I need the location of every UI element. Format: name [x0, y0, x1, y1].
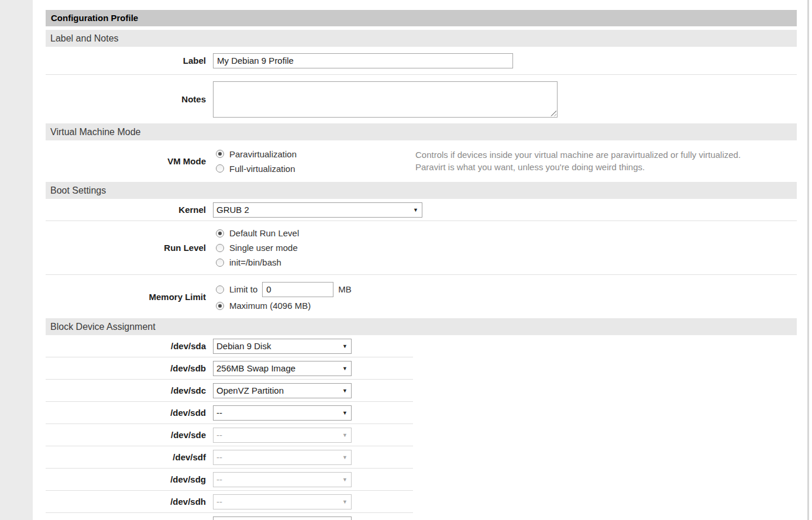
block-device-label: /dev/sdh [46, 497, 206, 507]
dropdown-arrow-icon: ▼ [342, 499, 347, 504]
block-device-label: /dev/sdb [46, 363, 206, 373]
init-bin-bash-option[interactable]: init=/bin/bash [213, 255, 299, 270]
block-device-select[interactable]: -- ▼ [213, 405, 352, 421]
default-run-level-radio[interactable] [216, 229, 224, 237]
block-device-label: /dev/sdf [46, 452, 206, 462]
block-device-select[interactable]: -- ▼ [213, 450, 352, 465]
left-gutter [0, 0, 33, 520]
block-device-select-value: -- [216, 430, 222, 440]
dropdown-arrow-icon: ▼ [342, 432, 347, 438]
run-level-field-label: Run Level [46, 243, 206, 253]
single-user-mode-radio[interactable] [216, 244, 224, 252]
single-user-mode-option[interactable]: Single user mode [213, 240, 299, 255]
block-device-select-value: Debian 9 Disk [216, 341, 271, 351]
paravirtualization-option[interactable]: Paravirtualization [213, 147, 297, 161]
memory-maximum-option[interactable]: Maximum (4096 MB) [213, 298, 352, 313]
block-device-rows: /dev/sda Debian 9 Disk ▼ /dev/sdb 256MB … [46, 335, 797, 520]
section-header-vm-mode: Virtual Machine Mode [46, 123, 797, 140]
memory-limit-to-option[interactable]: Limit to MB [213, 280, 352, 298]
label-row: Label [46, 47, 797, 75]
section-header-label-and-notes: Label and Notes [46, 30, 797, 47]
block-device-row: /dev/sdh -- ▼ [46, 491, 413, 513]
block-device-row: /dev/sdb 256MB Swap Image ▼ [46, 357, 413, 380]
vm-mode-row: VM Mode Paravirtualization Full-virtuali… [46, 140, 797, 182]
paravirtualization-radio[interactable] [216, 150, 224, 158]
section-header-boot-settings: Boot Settings [46, 182, 797, 199]
dropdown-arrow-icon: ▼ [342, 388, 347, 393]
memory-limit-to-label: Limit to [229, 284, 257, 294]
label-field-label: Label [46, 56, 206, 66]
memory-limit-field-label: Memory Limit [46, 292, 206, 302]
default-run-level-option[interactable]: Default Run Level [213, 226, 299, 240]
memory-maximum-radio[interactable] [216, 302, 224, 310]
block-device-label: /dev/sdc [46, 385, 206, 395]
block-device-select-value: OpenVZ Partition [216, 385, 284, 395]
block-device-select[interactable]: OpenVZ Partition ▼ [213, 383, 352, 398]
section-header-block-devices: Block Device Assignment [46, 318, 797, 335]
block-device-select[interactable]: -- ▼ [213, 428, 352, 443]
full-virtualization-label: Full-virtualization [229, 164, 295, 174]
block-device-row: /dev/sda Debian 9 Disk ▼ [46, 335, 413, 357]
block-device-select[interactable]: Debian 9 Disk ▼ [213, 339, 352, 354]
block-device-row: /dev/sdf -- ▼ [46, 446, 413, 469]
default-run-level-label: Default Run Level [229, 228, 299, 238]
memory-limit-to-radio[interactable] [216, 285, 224, 294]
block-device-row: initrd -- No initrd -- ▼ [46, 513, 413, 520]
dropdown-arrow-icon: ▼ [342, 454, 347, 460]
init-bin-bash-label: init=/bin/bash [229, 257, 281, 267]
memory-maximum-label: Maximum (4096 MB) [229, 301, 311, 311]
configuration-profile-panel: Configuration Profile Label and Notes La… [46, 10, 797, 520]
dropdown-arrow-icon: ▼ [342, 366, 347, 371]
block-device-select-value: -- [216, 408, 222, 418]
dropdown-arrow-icon: ▼ [342, 343, 347, 349]
block-device-select[interactable]: -- ▼ [213, 472, 352, 487]
vm-mode-help-text: Controls if devices inside your virtual … [415, 149, 790, 173]
block-device-row: /dev/sde -- ▼ [46, 424, 413, 446]
block-device-select-value: -- [216, 452, 222, 462]
full-virtualization-radio[interactable] [216, 164, 224, 173]
kernel-row: Kernel GRUB 2 ▼ [46, 199, 797, 221]
dropdown-arrow-icon: ▼ [342, 410, 347, 415]
block-device-select[interactable]: -- No initrd -- ▼ [213, 516, 352, 520]
block-device-select-value: -- [216, 497, 222, 507]
notes-textarea[interactable] [213, 81, 558, 118]
vm-mode-help-line1: Controls if devices inside your virtual … [415, 149, 790, 161]
kernel-select[interactable]: GRUB 2 ▼ [213, 202, 422, 218]
page-title: Configuration Profile [46, 10, 797, 26]
block-device-select[interactable]: -- ▼ [213, 494, 352, 509]
scrollbar[interactable] [807, 0, 809, 520]
block-device-select[interactable]: 256MB Swap Image ▼ [213, 361, 352, 376]
notes-row: Notes [46, 75, 797, 123]
memory-limit-row: Memory Limit Limit to MB Maximum (4096 M… [46, 275, 797, 318]
run-level-row: Run Level Default Run Level Single user … [46, 221, 797, 275]
kernel-select-value: GRUB 2 [216, 205, 249, 215]
init-bin-bash-radio[interactable] [216, 259, 224, 267]
block-device-label: /dev/sdg [46, 474, 206, 484]
memory-limit-unit: MB [338, 284, 352, 294]
block-device-select-value: 256MB Swap Image [216, 363, 295, 373]
label-input[interactable] [213, 53, 513, 68]
block-device-row: /dev/sdd -- ▼ [46, 402, 413, 424]
memory-limit-input[interactable] [262, 282, 333, 297]
dropdown-arrow-icon: ▼ [342, 477, 347, 482]
block-device-label: /dev/sdd [46, 408, 206, 418]
block-device-label: /dev/sda [46, 341, 206, 351]
block-device-row: /dev/sdc OpenVZ Partition ▼ [46, 380, 413, 402]
dropdown-arrow-icon: ▼ [413, 207, 418, 212]
block-device-select-value: -- [216, 474, 222, 484]
notes-field-label: Notes [46, 94, 206, 104]
single-user-mode-label: Single user mode [229, 243, 298, 253]
vm-mode-help-line2: Paravirt is what you want, unless you're… [415, 161, 790, 173]
kernel-field-label: Kernel [46, 205, 206, 215]
block-device-row: /dev/sdg -- ▼ [46, 469, 413, 491]
vm-mode-field-label: VM Mode [46, 156, 206, 166]
block-device-label: /dev/sde [46, 430, 206, 440]
full-virtualization-option[interactable]: Full-virtualization [213, 161, 297, 176]
paravirtualization-label: Paravirtualization [229, 149, 297, 159]
